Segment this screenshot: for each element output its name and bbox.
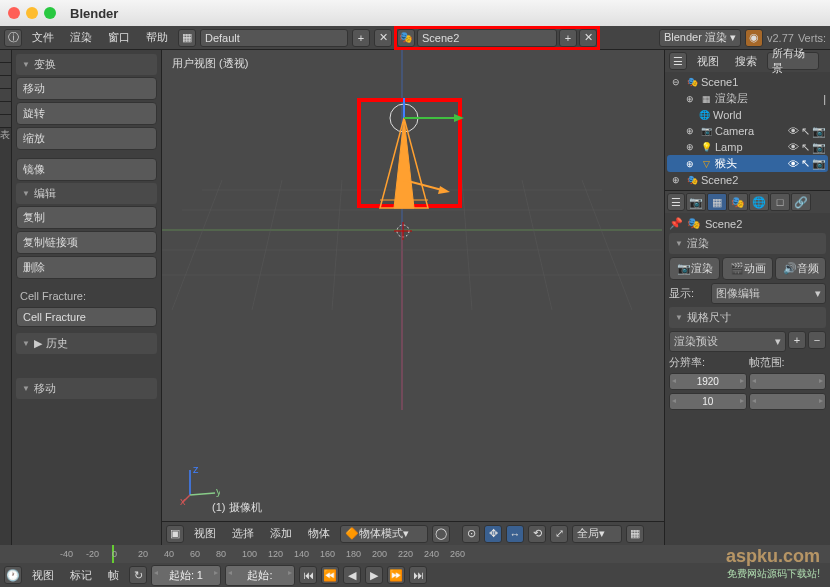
layout-delete-button[interactable]: ✕ (374, 29, 392, 47)
button-mirror[interactable]: 镜像 (16, 158, 157, 181)
viewport-3d[interactable]: 用户视图 (透视) (162, 50, 664, 545)
outliner-menu-view[interactable]: 视图 (691, 52, 725, 71)
tl-sync-button[interactable]: ↻ (129, 566, 147, 584)
vp-menu-select[interactable]: 选择 (226, 524, 260, 543)
scene-add-button[interactable]: + (559, 29, 577, 47)
layout-selector[interactable] (200, 29, 348, 47)
panel-transform-header[interactable]: 变换 (16, 54, 157, 75)
preset-add-button[interactable]: + (788, 331, 806, 349)
tl-menu-marker[interactable]: 标记 (64, 566, 98, 585)
frame-end-field[interactable]: 起始: (225, 565, 295, 586)
resolution-y-field[interactable]: 10 (669, 393, 747, 410)
button-render-anim[interactable]: 🎬动画 (722, 257, 773, 280)
tab-object[interactable]: □ (770, 193, 790, 211)
button-translate[interactable]: 移动 (16, 77, 157, 100)
frame-start-field[interactable]: 起始: 1 (151, 565, 221, 586)
manipulator-translate[interactable]: ↔ (506, 525, 524, 543)
shading-button[interactable]: ◯ (432, 525, 450, 543)
render-icon[interactable]: 📷 (812, 157, 826, 170)
render-icon[interactable]: 📷 (812, 125, 826, 138)
tab-renderlayers[interactable]: ▦ (707, 193, 727, 211)
tab-scene[interactable]: 🎭 (728, 193, 748, 211)
eye-icon[interactable]: 👁 (788, 141, 799, 153)
keyframe-prev-button[interactable]: ⏪ (321, 566, 339, 584)
button-duplicate[interactable]: 复制 (16, 206, 157, 229)
timeline-editor-icon[interactable]: 🕐 (4, 566, 22, 584)
camera-object[interactable] (362, 90, 482, 220)
button-cell-fracture[interactable]: Cell Fracture (16, 307, 157, 327)
tree-row-scene2[interactable]: ⊕🎭Scene2 (667, 172, 828, 188)
tree-row-renderlayer[interactable]: ⊕▦渲染层| (667, 90, 828, 107)
timeline-ruler[interactable]: -40-20 020 4060 80100 120140 160180 2002… (0, 545, 830, 563)
tab-physics[interactable]: 物理 (0, 102, 11, 115)
panel-move-header[interactable]: 移动 (16, 378, 157, 399)
panel-dimensions-header[interactable]: 规格尺寸 (669, 307, 826, 328)
play-button[interactable]: ▶ (365, 566, 383, 584)
tree-row-world[interactable]: 🌐World (667, 107, 828, 123)
menu-file[interactable]: 文件 (26, 28, 60, 47)
menu-help[interactable]: 帮助 (140, 28, 174, 47)
panel-render-header[interactable]: 渲染 (669, 233, 826, 254)
tab-create[interactable]: 创建 (0, 63, 11, 76)
tab-tools[interactable]: 工具 (0, 50, 11, 63)
render-icon[interactable]: 📷 (812, 141, 826, 154)
tree-row-monkey[interactable]: ⊕▽猴头👁↖📷 (667, 155, 828, 172)
cursor-icon[interactable]: ↖ (801, 157, 810, 170)
framerange-end-field[interactable] (749, 393, 827, 410)
play-reverse-button[interactable]: ◀ (343, 566, 361, 584)
outliner-menu-search[interactable]: 搜索 (729, 52, 763, 71)
manipulator-rotate[interactable]: ⟲ (528, 525, 546, 543)
tl-menu-view[interactable]: 视图 (26, 566, 60, 585)
tl-menu-frame[interactable]: 帧 (102, 566, 125, 585)
button-scale[interactable]: 缩放 (16, 127, 157, 150)
tab-render[interactable]: 📷 (686, 193, 706, 211)
render-preset-selector[interactable]: 渲染预设▾ (669, 331, 786, 352)
mode-selector[interactable]: 🔶 物体模式 ▾ (340, 525, 428, 543)
framerange-start-field[interactable] (749, 373, 827, 390)
tab-table[interactable]: 表 (0, 115, 11, 128)
button-rotate[interactable]: 旋转 (16, 102, 157, 125)
menu-window[interactable]: 窗口 (102, 28, 136, 47)
scene-delete-button[interactable]: ✕ (579, 29, 597, 47)
cursor-icon[interactable]: ↖ (801, 125, 810, 138)
pivot-button[interactable]: ⊙ (462, 525, 480, 543)
scene-browse-icon[interactable]: 🎭 (397, 29, 415, 47)
eye-icon[interactable]: 👁 (788, 158, 799, 170)
jump-start-button[interactable]: ⏮ (299, 566, 317, 584)
keyframe-next-button[interactable]: ⏩ (387, 566, 405, 584)
panel-edit-header[interactable]: 编辑 (16, 183, 157, 204)
manipulator-toggle[interactable]: ✥ (484, 525, 502, 543)
tree-row-camera[interactable]: ⊕📷Camera👁↖📷 (667, 123, 828, 139)
button-render-image[interactable]: 📷渲染 (669, 257, 720, 280)
layout-name-input[interactable] (205, 32, 305, 44)
vp-menu-view[interactable]: 视图 (188, 524, 222, 543)
button-delete[interactable]: 删除 (16, 256, 157, 279)
tab-constraints[interactable]: 🔗 (791, 193, 811, 211)
tree-row-scene1[interactable]: ⊖🎭Scene1 (667, 74, 828, 90)
vp-menu-add[interactable]: 添加 (264, 524, 298, 543)
eye-icon[interactable]: 👁 (788, 125, 799, 137)
display-selector[interactable]: 图像编辑▾ (711, 283, 826, 304)
properties-editor-icon[interactable]: ☰ (667, 193, 685, 211)
outliner-editor-icon[interactable]: ☰ (669, 52, 687, 70)
layers-button[interactable]: ▦ (626, 525, 644, 543)
minimize-window-button[interactable] (26, 7, 38, 19)
pin-icon[interactable]: 📌 (669, 217, 683, 230)
button-render-audio[interactable]: 🔊音频 (775, 257, 826, 280)
viewport-editor-icon[interactable]: ▣ (166, 525, 184, 543)
preset-remove-button[interactable]: − (808, 331, 826, 349)
engine-selector[interactable]: Blender 渲染▾ (659, 29, 741, 47)
resolution-x-field[interactable]: 1920 (669, 373, 747, 390)
menu-render[interactable]: 渲染 (64, 28, 98, 47)
close-window-button[interactable] (8, 7, 20, 19)
panel-history-header[interactable]: ▶ 历史 (16, 333, 157, 354)
maximize-window-button[interactable] (44, 7, 56, 19)
tab-relations[interactable]: 关系 (0, 76, 11, 89)
vp-menu-object[interactable]: 物体 (302, 524, 336, 543)
outliner-filter[interactable]: 所有场景 (767, 52, 819, 70)
orientation-selector[interactable]: 全局 ▾ (572, 525, 622, 543)
scene-selector[interactable] (417, 29, 557, 47)
layout-add-button[interactable]: + (352, 29, 370, 47)
jump-end-button[interactable]: ⏭ (409, 566, 427, 584)
info-editor-icon[interactable]: ⓘ (4, 29, 22, 47)
